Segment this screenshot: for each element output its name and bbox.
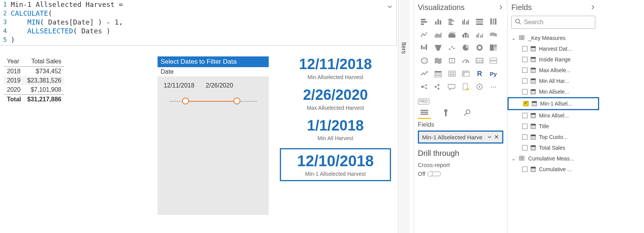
card-min-allselected[interactable]: 12/11/2018 Min Allselected Harvest xyxy=(280,56,391,80)
paginated-icon[interactable] xyxy=(459,81,472,93)
treemap-icon[interactable] xyxy=(487,42,500,53)
field-item-max-allsele-[interactable]: Max Allsele... xyxy=(508,65,599,76)
field-checkbox[interactable] xyxy=(522,113,527,118)
decomposition-icon[interactable] xyxy=(432,81,445,93)
key-influencers-icon[interactable] xyxy=(418,81,431,93)
card-icon[interactable]: 123 xyxy=(473,55,486,66)
field-item-total-sales[interactable]: Total Sales xyxy=(508,142,599,153)
field-item-cumulative-[interactable]: Cumulative ... xyxy=(508,164,599,175)
table-row[interactable]: 2018$734,452 xyxy=(4,67,64,76)
svg-point-122 xyxy=(533,82,534,83)
kpi-icon[interactable] xyxy=(418,68,431,79)
stacked-bar-100-icon[interactable] xyxy=(473,16,486,27)
line-chart-icon[interactable] xyxy=(418,29,431,40)
map-icon[interactable] xyxy=(418,55,431,66)
area-chart-icon[interactable] xyxy=(432,29,445,40)
field-checkbox[interactable] xyxy=(522,68,527,73)
r-visual-icon[interactable]: R xyxy=(473,68,486,79)
svg-point-34 xyxy=(449,48,450,50)
slicer-slider[interactable] xyxy=(169,101,257,102)
field-item-harvest-dat-[interactable]: Harvest Dat... xyxy=(508,43,599,54)
card-min-1-allselected[interactable]: 12/10/2018 Min-1 Allselected Harvest xyxy=(280,148,391,181)
svg-point-102 xyxy=(532,59,532,60)
field-checkbox[interactable] xyxy=(522,145,527,150)
field-table-cumulative-meas-[interactable]: ⌄Cumulative Meas... xyxy=(508,153,599,164)
fields-search-input[interactable]: Search xyxy=(511,16,595,29)
slicer-end-date[interactable]: 2/26/2020 xyxy=(204,82,235,89)
format-tab[interactable] xyxy=(439,107,452,119)
clustered-column-icon[interactable] xyxy=(459,16,472,27)
table-row[interactable]: 2019$23,381,526 xyxy=(4,76,64,85)
slicer-icon[interactable] xyxy=(432,68,445,79)
svg-rect-69 xyxy=(435,86,436,88)
filled-map-icon[interactable] xyxy=(432,55,445,66)
card-max-allselected[interactable]: 2/26/2020 Max Allselected Harvest xyxy=(280,87,391,111)
card-min-all[interactable]: 1/1/2018 Min All Harvest xyxy=(280,118,391,142)
line-column-icon[interactable] xyxy=(459,29,472,40)
stacked-column-100-icon[interactable] xyxy=(487,16,500,27)
cross-report-toggle[interactable]: Off xyxy=(418,170,503,177)
more-visuals-icon[interactable]: ··· xyxy=(487,81,500,93)
svg-point-106 xyxy=(533,61,534,61)
slider-handle-start[interactable] xyxy=(182,97,189,104)
field-item-min-allsele-[interactable]: Min Allsele... xyxy=(508,86,599,97)
chevron-right-icon[interactable] xyxy=(498,3,503,12)
table-row[interactable]: 2020$7,101,908 xyxy=(4,85,64,95)
chevron-down-icon[interactable] xyxy=(487,134,492,140)
field-label: Harvest Dat... xyxy=(539,46,572,52)
line-number: 2 xyxy=(1,9,7,18)
donut-chart-icon[interactable] xyxy=(473,42,486,53)
svg-point-184 xyxy=(534,170,535,171)
date-slicer[interactable]: Select Dates to Filter Data Date 12/11/2… xyxy=(158,56,269,215)
field-label: Inside Range xyxy=(539,56,571,63)
waterfall-icon[interactable] xyxy=(418,42,431,53)
filters-pane-collapsed[interactable]: lters xyxy=(398,0,409,233)
svg-rect-16 xyxy=(476,23,483,25)
svg-point-112 xyxy=(534,70,535,71)
measure-icon xyxy=(531,113,536,118)
field-item-top-custo-[interactable]: Top Custo... xyxy=(508,132,599,142)
gauge-icon[interactable] xyxy=(459,55,472,66)
clustered-bar-icon[interactable] xyxy=(445,16,458,27)
chevron-right-icon[interactable] xyxy=(590,3,595,12)
sales-table-visual[interactable]: Year Total Sales 2018$734,452 2019$23,38… xyxy=(4,56,64,104)
field-table-_key-measures[interactable]: ⌄_Key Measures xyxy=(508,33,599,43)
field-checkbox[interactable] xyxy=(522,57,527,62)
table-icon[interactable] xyxy=(445,68,458,79)
column-chart-icon[interactable] xyxy=(432,16,445,27)
multi-card-icon[interactable] xyxy=(487,55,500,66)
shape-map-icon[interactable] xyxy=(445,55,458,66)
stacked-area-icon[interactable] xyxy=(445,29,458,40)
field-checkbox[interactable] xyxy=(523,101,529,106)
matrix-icon[interactable] xyxy=(459,68,472,79)
python-visual-icon[interactable]: Py xyxy=(487,68,500,79)
slicer-start-date[interactable]: 12/11/2018 xyxy=(161,82,197,89)
field-checkbox[interactable] xyxy=(522,134,527,140)
field-item-min-all-har-[interactable]: Min All Har... xyxy=(508,76,599,86)
analytics-tab[interactable] xyxy=(461,107,474,119)
pie-chart-icon[interactable] xyxy=(459,42,472,53)
field-item-min-1-allsel-[interactable]: Min-1 Allsel... xyxy=(508,97,599,110)
scatter-icon[interactable] xyxy=(445,42,458,53)
formula-expand-button[interactable] xyxy=(386,2,394,11)
arcgis-icon[interactable] xyxy=(473,81,486,93)
slider-handle-end[interactable] xyxy=(233,97,240,104)
field-checkbox[interactable] xyxy=(522,46,527,51)
field-well-item[interactable]: Min-1 Allselected Harve ✕ xyxy=(418,131,503,144)
line-clustered-icon[interactable] xyxy=(473,29,486,40)
svg-point-171 xyxy=(534,149,535,150)
ribbon-chart-icon[interactable] xyxy=(487,29,500,40)
stacked-bar-icon[interactable] xyxy=(418,16,431,27)
field-item-minx-allsel-[interactable]: Minx Allsel... xyxy=(508,110,599,121)
field-checkbox[interactable] xyxy=(522,124,527,129)
fields-tab[interactable] xyxy=(418,107,431,119)
qa-icon[interactable] xyxy=(445,81,458,93)
field-item-inside-range[interactable]: Inside Range xyxy=(508,54,599,65)
field-checkbox[interactable] xyxy=(522,89,527,94)
field-item-title[interactable]: Title xyxy=(508,121,599,132)
field-checkbox[interactable] xyxy=(522,78,527,84)
funnel-icon[interactable] xyxy=(432,42,445,53)
remove-field-icon[interactable]: ✕ xyxy=(494,134,499,140)
field-checkbox[interactable] xyxy=(522,167,527,172)
formula-bar[interactable]: 1 Min-1 Allselected Harvest = 2 CALCULAT… xyxy=(0,0,397,46)
